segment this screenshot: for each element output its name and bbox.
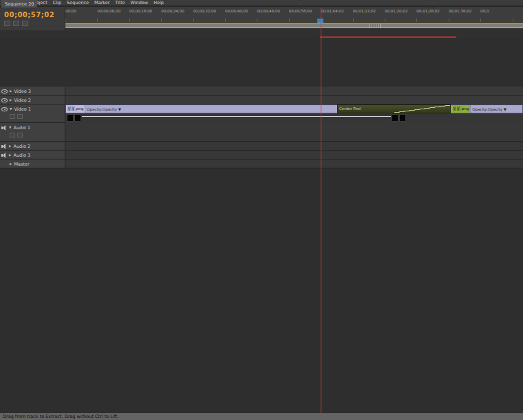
clip-b-effect-label[interactable]: Opacity:Opacity ▼ [472,107,506,111]
status-message: Drag from track to Extract. Drag without… [3,414,118,419]
empty-track-area [0,38,523,87]
timeline-ruler[interactable]: 00;0000;00;08;0000;00;16;0000;00;24;0000… [65,8,523,23]
clip-b-name: 星星.png [451,105,471,113]
ruler-label: 00;0 [480,8,512,22]
ruler-label: 00;01;20;02 [385,8,416,22]
menu-item[interactable]: Window [127,0,151,6]
speaker-icon[interactable] [1,153,7,158]
track-row-audio3: Audio 3 [0,151,523,159]
expand-arrow-icon[interactable] [9,144,11,148]
snap-icon[interactable] [4,21,10,26]
ruler-label: 00;01;36;02 [449,8,480,22]
track-header-video1[interactable]: Video 1 [0,104,65,122]
track-name: Master [14,162,29,167]
timeline-panel: Sequence 20 00;0000;00;08;0000;00;16;000… [0,0,523,212]
track-header-video2[interactable]: Video 2 [0,96,65,104]
track-header-master[interactable]: Master [0,159,65,168]
menu-item[interactable]: Clip [50,0,64,6]
expand-arrow-icon[interactable] [10,89,12,93]
track-lane-video3[interactable] [65,87,523,95]
track-header-video3[interactable]: Video 3 [0,87,65,95]
track-name: Video 2 [14,98,30,103]
ruler-label: 00;01;28;02 [416,8,448,22]
track-name: Audio 3 [13,153,30,158]
track-lane-video1[interactable]: 星星.png Opacity:Opacity ▼ 星星.png Opacity:… [65,104,523,113]
status-bar: Drag from track to Extract. Drag without… [0,413,523,420]
tab-sequence[interactable]: Sequence 20 [1,0,37,8]
track-lane-audio2[interactable] [65,142,523,150]
track-name: Video 1 [14,107,30,112]
toggle-track-output-icon[interactable] [1,107,8,111]
track-name: Audio 2 [13,144,30,149]
track-header-audio2[interactable]: Audio 2 [0,142,65,150]
menu-item[interactable]: Title [113,0,128,6]
track-row-audio1: Audio 1 [0,123,523,142]
clip-thumbnail [399,114,406,122]
ruler-label: 00;00;08;00 [97,8,129,22]
expand-arrow-icon[interactable] [9,153,11,157]
transition-center-peel[interactable]: Center Peel [337,104,451,113]
ruler-label: 00;00;16;00 [129,8,161,22]
menu-item[interactable]: Marker [92,0,112,6]
show-keyframes-icon[interactable] [17,133,23,137]
menu-item[interactable]: Help [151,0,167,6]
menu-item[interactable]: Sequence [64,0,92,6]
clip-thumbnail [67,114,74,122]
toggle-track-output-icon[interactable] [1,98,8,102]
clip-thumbnail [74,114,81,122]
ruler-label: 00;00 [65,8,97,22]
premiere-application-window: FileEditProjectClipSequenceMarkerTitleWi… [0,0,523,420]
toggle-track-output-icon[interactable] [1,89,8,93]
track-lane-audio3[interactable] [65,151,523,159]
track-header-audio1[interactable]: Audio 1 [0,123,65,141]
ruler-label: 00;01;04;02 [321,8,352,22]
track-row-video1: Video 1 星星.png Opacity:Opacity ▼ 星星.png … [0,104,523,123]
ruler-label: 00;00;24;00 [161,8,193,22]
track-name: Video 3 [14,89,30,94]
track-row-video3: Video 3 [0,87,523,96]
show-keyframes-icon[interactable] [17,114,23,119]
track-row-video2: Video 2 [0,96,523,104]
ruler-label: 00;00;56;00 [289,8,321,22]
expand-arrow-icon[interactable] [10,98,12,102]
expand-arrow-icon[interactable] [9,126,11,129]
track-row-audio2: Audio 2 [0,142,523,151]
ruler-label: 00;00;32;00 [193,8,225,22]
speaker-icon[interactable] [1,144,7,149]
timeline-content: 00;0000;00;08;0000;00;16;0000;00;24;0000… [0,8,523,420]
track-lane-master[interactable] [65,159,523,168]
set-marker-icon[interactable] [22,21,28,26]
speaker-icon[interactable] [1,125,7,131]
ruler-label: 00;00;48;00 [257,8,288,22]
clip-thumbnail [392,114,398,122]
ruler-label: 00;01;12;02 [353,8,385,22]
expand-arrow-icon[interactable] [10,162,12,166]
work-area-bar[interactable] [65,23,523,28]
track-lane-audio1[interactable] [65,123,523,141]
timeline-header-column: 00;00;57;02 [0,8,65,30]
playhead-line [321,8,321,414]
track-row-master: Master [0,159,523,168]
menu-bar: FileEditProjectClipSequenceMarkerTitleWi… [0,0,523,6]
keyframe-lane-video1[interactable] [65,113,523,123]
track-lane-video2[interactable] [65,96,523,104]
set-display-style-icon[interactable] [10,114,15,119]
playhead-handle[interactable] [317,19,323,23]
track-header-audio3[interactable]: Audio 3 [0,151,65,159]
set-encore-chapter-icon[interactable] [13,21,19,26]
work-area-grip[interactable] [370,24,381,27]
expand-arrow-icon[interactable] [10,107,12,111]
empty-track-area [0,168,523,415]
clip-a-effect-label[interactable]: Opacity:Opacity ▼ [87,107,121,111]
clip-a-name: 星星.png [66,105,85,113]
set-display-style-icon[interactable] [10,133,15,137]
ruler-label: 00;00;40;00 [225,8,257,22]
opacity-rubber-band[interactable] [82,116,391,117]
track-name: Audio 1 [13,125,30,131]
timeline-current-timecode[interactable]: 00;00;57;02 [4,11,54,19]
